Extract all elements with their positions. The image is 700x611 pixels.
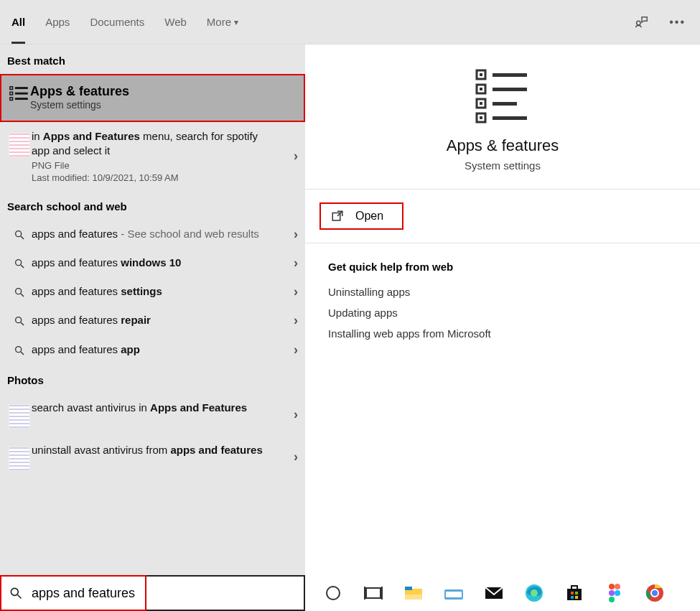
svg-rect-18 bbox=[480, 73, 482, 76]
svg-point-50 bbox=[609, 584, 615, 589]
svg-point-15 bbox=[16, 346, 22, 352]
svg-point-9 bbox=[16, 259, 22, 265]
tab-documents[interactable]: Documents bbox=[90, 0, 144, 44]
photo-thumbnail-icon bbox=[9, 404, 30, 429]
best-match-subtitle: System settings bbox=[30, 99, 129, 111]
help-link-installing-web-apps[interactable]: Installing web apps from Microsoft bbox=[328, 327, 677, 340]
help-section-title: Get quick help from web bbox=[328, 261, 677, 273]
svg-rect-40 bbox=[446, 592, 462, 597]
cortana-icon[interactable] bbox=[322, 582, 344, 604]
search-icon bbox=[7, 342, 32, 356]
web-result-label: apps and features settings bbox=[32, 284, 278, 299]
photo-result-search-avast[interactable]: search avast antivirus in Apps and Featu… bbox=[0, 393, 305, 436]
best-match-title: Apps & features bbox=[30, 84, 129, 99]
svg-rect-48 bbox=[571, 596, 574, 599]
apps-features-list-icon bbox=[9, 84, 30, 106]
svg-rect-5 bbox=[15, 93, 27, 94]
svg-rect-47 bbox=[575, 592, 578, 594]
open-button[interactable]: Open bbox=[319, 202, 403, 230]
file-result-title: in Apps and Features menu, search for sp… bbox=[32, 129, 278, 159]
tab-web[interactable]: Web bbox=[164, 0, 187, 44]
photo-result-label: search avast antivirus in Apps and Featu… bbox=[32, 401, 278, 415]
svg-line-8 bbox=[21, 236, 24, 239]
svg-rect-6 bbox=[15, 98, 27, 100]
svg-point-0 bbox=[637, 21, 641, 25]
taskbar bbox=[0, 575, 700, 611]
chevron-right-icon: › bbox=[294, 226, 298, 241]
svg-point-52 bbox=[609, 590, 615, 596]
web-result-label: apps and features - See school and web r… bbox=[32, 227, 278, 241]
tab-all[interactable]: All bbox=[11, 0, 25, 44]
search-icon bbox=[7, 227, 32, 241]
search-icon bbox=[7, 256, 32, 269]
open-label: Open bbox=[355, 210, 383, 223]
svg-rect-1 bbox=[10, 87, 13, 90]
best-match-result[interactable]: Apps & features System settings bbox=[0, 74, 305, 122]
svg-point-53 bbox=[615, 590, 620, 596]
search-input[interactable] bbox=[30, 585, 297, 602]
file-explorer-icon[interactable] bbox=[403, 582, 424, 604]
feedback-icon[interactable] bbox=[633, 14, 649, 30]
web-result-app[interactable]: apps and features app › bbox=[0, 335, 305, 364]
web-result-label: apps and features repair bbox=[32, 313, 278, 327]
microsoft-store-icon[interactable] bbox=[564, 582, 585, 604]
svg-rect-27 bbox=[480, 116, 482, 119]
svg-line-14 bbox=[21, 322, 24, 325]
chevron-right-icon: › bbox=[294, 342, 298, 357]
svg-point-32 bbox=[327, 587, 340, 600]
svg-point-51 bbox=[615, 584, 620, 589]
file-result-type: PNG File bbox=[32, 160, 278, 171]
detail-title: Apps & features bbox=[447, 136, 559, 155]
edge-icon[interactable] bbox=[523, 582, 545, 604]
chevron-right-icon: › bbox=[294, 284, 298, 299]
search-icon bbox=[9, 586, 23, 600]
web-result-label: apps and features windows 10 bbox=[32, 256, 278, 270]
web-result-see-results[interactable]: apps and features - See school and web r… bbox=[0, 220, 305, 248]
photo-result-uninstall-avast[interactable]: uninstall avast antivirus from apps and … bbox=[0, 436, 305, 478]
mail-icon[interactable] bbox=[483, 582, 505, 604]
photo-thumbnail-icon bbox=[9, 447, 30, 471]
results-pane: Best match Apps & features System settin… bbox=[0, 45, 305, 611]
detail-subtitle: System settings bbox=[465, 159, 541, 172]
web-result-settings[interactable]: apps and features settings › bbox=[0, 277, 305, 306]
open-external-icon bbox=[331, 210, 344, 223]
svg-rect-19 bbox=[493, 73, 527, 77]
tab-more[interactable]: More▾ bbox=[207, 0, 238, 44]
svg-rect-45 bbox=[571, 586, 577, 589]
taskbar-search-box[interactable] bbox=[0, 575, 305, 611]
search-icon bbox=[7, 284, 32, 298]
figma-icon[interactable] bbox=[604, 582, 625, 604]
svg-point-43 bbox=[531, 589, 538, 597]
web-result-label: apps and features app bbox=[32, 342, 278, 357]
tab-apps[interactable]: Apps bbox=[45, 0, 70, 44]
chevron-right-icon: › bbox=[294, 449, 298, 465]
chevron-right-icon: › bbox=[294, 149, 298, 164]
svg-point-57 bbox=[652, 590, 658, 596]
svg-point-13 bbox=[16, 317, 22, 323]
svg-rect-33 bbox=[366, 588, 381, 598]
section-best-match: Best match bbox=[0, 45, 305, 74]
search-icon bbox=[7, 313, 32, 327]
svg-rect-21 bbox=[480, 88, 482, 90]
svg-point-7 bbox=[16, 230, 22, 236]
web-result-repair[interactable]: apps and features repair › bbox=[0, 306, 305, 335]
help-link-uninstalling[interactable]: Uninstalling apps bbox=[328, 286, 677, 298]
chrome-icon[interactable] bbox=[644, 582, 666, 604]
search-scope-tabs: All Apps Documents Web More▾ ••• bbox=[0, 0, 700, 45]
file-result[interactable]: in Apps and Features menu, search for sp… bbox=[0, 122, 305, 190]
svg-rect-38 bbox=[405, 594, 422, 600]
svg-rect-49 bbox=[575, 596, 578, 599]
svg-rect-24 bbox=[480, 102, 482, 105]
svg-rect-2 bbox=[10, 92, 13, 95]
task-view-icon[interactable] bbox=[363, 582, 384, 604]
keyboard-icon[interactable] bbox=[443, 582, 465, 604]
section-search-web: Search school and web bbox=[0, 190, 305, 220]
file-thumbnail-icon bbox=[9, 133, 30, 157]
svg-point-30 bbox=[11, 588, 18, 595]
help-link-updating[interactable]: Updating apps bbox=[328, 307, 677, 319]
more-icon[interactable]: ••• bbox=[669, 16, 686, 29]
svg-rect-46 bbox=[571, 592, 574, 594]
web-result-windows10[interactable]: apps and features windows 10 › bbox=[0, 248, 305, 277]
svg-rect-28 bbox=[493, 116, 527, 120]
svg-line-12 bbox=[21, 294, 24, 297]
